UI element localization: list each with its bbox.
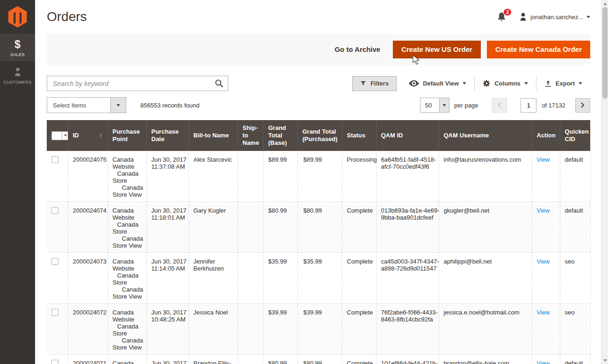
select-items-caret (110, 98, 126, 113)
default-view-label: Default View (423, 80, 459, 87)
sidebar-item-label: SALES (10, 52, 25, 57)
cell-qam-id: 6a64fb51-fa8f-4518- afcf-70cc0edf43f6 (376, 151, 439, 202)
select-all-checkbox[interactable] (52, 132, 62, 140)
cell-purchase-date: Jun 30, 2017 11:18:01 AM (146, 202, 188, 253)
col-header-select (47, 120, 68, 151)
col-header-bill-to-name[interactable]: Bill-to Name (188, 120, 238, 151)
table-row[interactable]: 2000024075 Canada Website Canada Store C… (47, 151, 590, 202)
col-header-status[interactable]: Status (342, 120, 376, 151)
cell-qam-id: 76f2abe6-f066-4433- 8463-8fb14cbc92fa (376, 304, 439, 355)
page-header: Orders 2 jonathan.sanchez... (47, 0, 590, 34)
col-header-id[interactable]: ↑ID (68, 120, 108, 151)
previous-page-button[interactable] (492, 98, 507, 113)
orders-admin-screen: $ SALES CUSTOMERS Orders 2 (0, 0, 608, 364)
notification-badge: 2 (503, 8, 512, 16)
select-all-caret (62, 132, 68, 140)
row-checkbox[interactable] (51, 360, 58, 364)
col-header-purchase-point[interactable]: Purchase Point (108, 120, 146, 151)
gear-icon (483, 79, 491, 87)
cell-qam-username: gkugler@bell.net (439, 202, 532, 253)
chevron-down-icon (586, 16, 590, 18)
table-row[interactable]: 2000024074 Canada Website Canada Store C… (47, 202, 590, 253)
magento-logo-icon (8, 6, 27, 28)
cell-id: 2000024071 (68, 355, 108, 364)
go-to-archive-link[interactable]: Go to Archive (334, 45, 380, 53)
row-checkbox[interactable] (51, 309, 58, 316)
cell-quicken-cid: seo (560, 253, 590, 304)
cell-bill-to-name: Jennifer Berkhuizen (188, 253, 238, 304)
cell-purchase-date: Jun 30, 2017 11:37:08 AM (146, 151, 188, 202)
search-input[interactable] (47, 76, 228, 91)
sidebar: $ SALES CUSTOMERS (0, 0, 35, 364)
table-row[interactable]: 2000024073 Canada Website Canada Store C… (47, 253, 590, 304)
cell-qam-username: jessica.e.noel@hotmail.com (439, 304, 532, 355)
scrollbar-thumb[interactable] (602, 7, 608, 99)
per-page-select[interactable]: 50 (420, 98, 449, 113)
select-items-label: Select Items (47, 102, 110, 109)
pagination-controls: 50 per page of 17132 (420, 98, 590, 113)
filters-button[interactable]: Filters (352, 76, 397, 91)
cell-bill-to-name: Jessica Noel (188, 304, 238, 355)
col-header-grand-total-purchased[interactable]: Grand Total (Purchased) (297, 120, 342, 151)
view-link[interactable]: View (537, 207, 550, 214)
view-link[interactable]: View (537, 309, 550, 316)
scrollbar-down-arrow-icon[interactable] (601, 357, 608, 364)
cell-purchase-point: Canada Website Canada Store Canada Store… (108, 202, 146, 253)
col-header-ship-to-name[interactable]: Ship-to Name (238, 120, 263, 151)
cell-grand-total-base: $80.99 (263, 355, 297, 364)
sort-asc-indicator: ↑ (99, 132, 102, 139)
cell-purchase-point: Canada Website Canada Store Canada Store… (108, 151, 146, 202)
col-header-grand-total-base[interactable]: Grand Total (Base) (263, 120, 297, 151)
cell-qam-id: 101ef86d-fe44-421b- (376, 355, 439, 364)
cell-quicken-cid: default (560, 151, 590, 202)
create-new-us-order-button[interactable]: Create New US Order (393, 41, 481, 58)
cell-purchase-date: Jun 30, 2017 (146, 355, 188, 364)
username: jonathan.sanchez... (530, 14, 583, 21)
cell-grand-total-purchased: $39.99 (297, 304, 342, 355)
table-row[interactable]: 2000024071 Canada Website Canada Store C… (47, 355, 590, 364)
sidebar-item-customers[interactable]: CUSTOMERS (0, 61, 35, 89)
view-link[interactable]: View (537, 258, 550, 265)
cell-id: 2000024072 (68, 304, 108, 355)
cell-purchase-point: Canada Website Canada Store Canada Store… (108, 355, 146, 364)
default-view-menu[interactable]: Default View (401, 80, 474, 87)
next-page-button[interactable] (575, 98, 590, 113)
col-header-qam-username[interactable]: QAM Username (439, 120, 532, 151)
cell-qam-username: brandon@ellis-hale.com (439, 355, 532, 364)
col-header-purchase-date[interactable]: Purchase Date (146, 120, 188, 151)
vertical-scrollbar[interactable] (601, 0, 608, 364)
magento-logo[interactable] (0, 0, 35, 34)
cell-ship-to-name (238, 355, 263, 364)
select-all-dropdown[interactable] (51, 131, 69, 140)
export-menu[interactable]: Export (536, 80, 590, 87)
cell-ship-to-name (238, 253, 263, 304)
user-menu[interactable]: jonathan.sanchez... (519, 13, 590, 21)
cell-grand-total-purchased: $89.99 (297, 151, 342, 202)
col-header-qam-id[interactable]: QAM ID (376, 120, 439, 151)
page-number-input[interactable] (521, 98, 536, 113)
chevron-right-icon (580, 102, 585, 108)
row-checkbox[interactable] (51, 207, 58, 214)
export-icon (544, 80, 552, 87)
cell-ship-to-name (238, 151, 263, 202)
person-icon (14, 66, 22, 78)
create-new-canada-order-button[interactable]: Create New Canada Order (487, 41, 590, 58)
select-items-dropdown[interactable]: Select Items (47, 97, 126, 113)
sidebar-item-sales[interactable]: $ SALES (0, 34, 35, 61)
table-row[interactable]: 2000024072 Canada Website Canada Store C… (47, 304, 590, 355)
notifications-button[interactable]: 2 (497, 12, 506, 23)
cell-bill-to-name: Gary Kugler (188, 202, 238, 253)
scrollbar-up-arrow-icon[interactable] (601, 0, 608, 7)
columns-menu[interactable]: Columns (475, 79, 536, 87)
search-icon[interactable] (214, 79, 224, 90)
row-checkbox[interactable] (51, 156, 58, 163)
chevron-down-icon (524, 82, 528, 85)
col-header-quicken-cid[interactable]: Quicken CID (560, 120, 590, 151)
view-link[interactable]: View (537, 360, 550, 364)
cell-purchase-point: Canada Website Canada Store Canada Store… (108, 253, 146, 304)
cell-status: Complete (342, 253, 376, 304)
cell-grand-total-base: $80.99 (263, 202, 297, 253)
sidebar-nav: $ SALES CUSTOMERS (0, 34, 35, 89)
row-checkbox[interactable] (51, 258, 58, 265)
view-link[interactable]: View (537, 156, 550, 163)
